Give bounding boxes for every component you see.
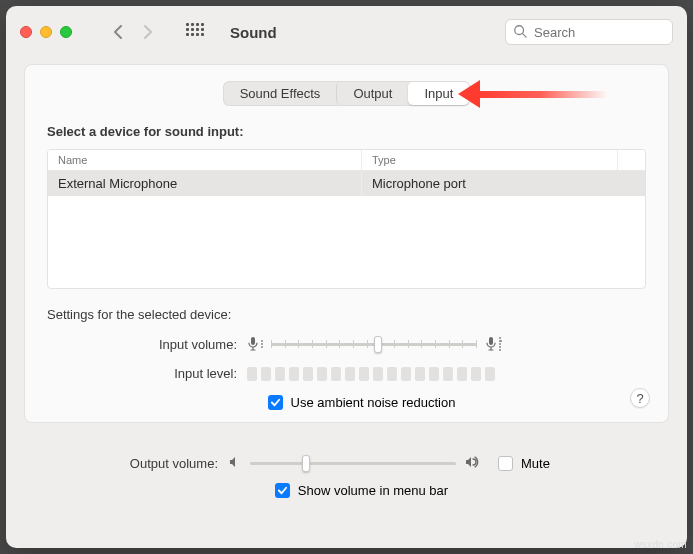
output-volume-row: Output volume: Mute [28, 453, 665, 473]
speaker-high-icon [464, 455, 482, 472]
table-row[interactable]: External Microphone Microphone port [48, 171, 645, 196]
check-icon [270, 397, 281, 408]
column-name-header[interactable]: Name [48, 150, 362, 170]
ambient-noise-row: Use ambient noise reduction [47, 395, 646, 410]
menubar-checkbox[interactable] [275, 483, 290, 498]
input-level-meter [247, 367, 495, 381]
annotation-arrow [458, 86, 608, 102]
toolbar: Sound [6, 6, 687, 58]
column-type-header[interactable]: Type [362, 150, 617, 170]
tab-group: Sound Effects Output Input [223, 81, 471, 106]
back-button[interactable] [104, 18, 132, 46]
mute-checkbox[interactable] [498, 456, 513, 471]
device-table: Name Type External Microphone Microphone… [47, 149, 646, 289]
output-volume-label: Output volume: [108, 456, 218, 471]
nav-buttons [104, 18, 162, 46]
help-button[interactable]: ? [630, 388, 650, 408]
window-title: Sound [230, 24, 277, 41]
ambient-noise-label: Use ambient noise reduction [291, 395, 456, 410]
close-window-button[interactable] [20, 26, 32, 38]
input-level-row: Input level: [47, 366, 646, 381]
check-icon [277, 485, 288, 496]
output-volume-slider[interactable] [250, 453, 456, 473]
column-spacer [617, 150, 645, 170]
minimize-window-button[interactable] [40, 26, 52, 38]
speaker-low-icon [228, 455, 242, 472]
show-all-button[interactable] [186, 23, 204, 41]
watermark: wsxdn.com [634, 539, 687, 550]
footer-area: Output volume: Mute Show volume [6, 437, 687, 510]
tab-sound-effects[interactable]: Sound Effects [224, 82, 337, 105]
chevron-right-icon [143, 25, 153, 39]
ambient-noise-checkbox[interactable] [268, 395, 283, 410]
traffic-lights [20, 26, 72, 38]
search-icon [513, 24, 527, 41]
chevron-left-icon [113, 25, 123, 39]
menubar-label: Show volume in menu bar [298, 483, 448, 498]
sound-panel: Sound Effects Output Input Select a devi… [24, 64, 669, 423]
input-volume-slider[interactable] [271, 334, 477, 354]
search-field-wrap [505, 19, 673, 45]
forward-button[interactable] [134, 18, 162, 46]
input-level-label: Input level: [127, 366, 237, 381]
device-type-cell: Microphone port [362, 171, 645, 196]
table-header: Name Type [48, 150, 645, 171]
mic-low-icon [247, 336, 263, 352]
search-input[interactable] [505, 19, 673, 45]
zoom-window-button[interactable] [60, 26, 72, 38]
settings-for-device-label: Settings for the selected device: [47, 307, 646, 322]
input-volume-label: Input volume: [127, 337, 237, 352]
mute-label: Mute [521, 456, 550, 471]
svg-rect-2 [489, 337, 493, 345]
tab-output[interactable]: Output [336, 82, 408, 105]
device-name-cell: External Microphone [48, 171, 362, 196]
mic-high-icon [485, 336, 502, 352]
svg-rect-1 [251, 337, 255, 345]
select-device-label: Select a device for sound input: [47, 124, 646, 139]
output-volume-control: Mute [228, 453, 550, 473]
input-volume-control [247, 334, 502, 354]
menubar-row: Show volume in menu bar [28, 483, 665, 498]
input-volume-row: Input volume: [47, 334, 646, 354]
